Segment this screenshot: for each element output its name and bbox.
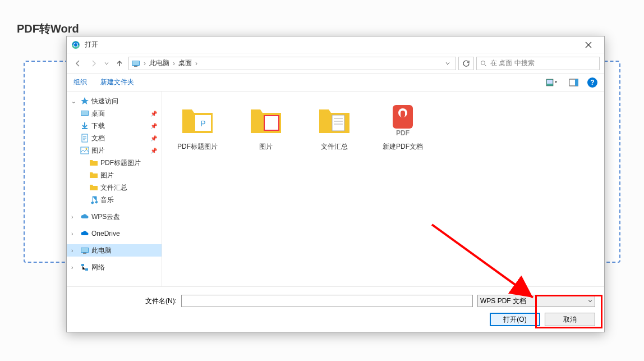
sidebar-item-label: 文件汇总 <box>100 183 127 193</box>
svg-text:P: P <box>200 119 205 128</box>
file-open-dialog: 打开 › 此电脑 › 桌面 › <box>66 36 605 332</box>
filetype-value: WPS PDF 文档 <box>480 296 526 306</box>
sidebar-network[interactable]: › 网络 <box>67 261 162 273</box>
svg-rect-19 <box>81 264 84 266</box>
sidebar-pics[interactable]: 图片 <box>67 169 162 181</box>
pc-icon <box>131 59 140 68</box>
caret-right-icon: › <box>71 248 78 254</box>
navigation-bar: › 此电脑 › 桌面 › 在 桌面 中搜索 <box>67 53 604 74</box>
search-input[interactable]: 在 桌面 中搜索 <box>476 57 600 70</box>
folder-thumbnail-icon <box>316 103 352 139</box>
svg-rect-17 <box>81 248 88 252</box>
cancel-button-label: 取消 <box>563 315 577 325</box>
refresh-button[interactable] <box>458 57 474 70</box>
folder-thumbnail-icon: P <box>180 103 215 139</box>
document-icon <box>80 134 89 143</box>
sidebar-file-summary[interactable]: 文件汇总 <box>67 181 162 194</box>
svg-rect-5 <box>134 66 137 67</box>
breadcrumb-sep-icon: › <box>194 60 199 67</box>
sidebar-desktop[interactable]: 桌面 📌 <box>67 107 162 120</box>
view-options-button[interactable] <box>542 76 560 89</box>
caret-right-icon: › <box>71 264 78 271</box>
pin-icon: 📌 <box>150 135 157 141</box>
sidebar-onedrive[interactable]: › OneDrive <box>67 227 162 240</box>
folder-item[interactable]: 图片 <box>235 100 297 154</box>
sidebar-item-label: 图片 <box>91 146 105 156</box>
svg-rect-8 <box>547 80 553 84</box>
picture-icon <box>80 146 89 155</box>
music-icon <box>89 195 98 204</box>
preview-pane-button[interactable] <box>565 76 583 89</box>
pdf-file-item[interactable]: PDF 新建PDF文档 <box>372 100 434 154</box>
breadcrumb-dropdown-icon[interactable] <box>442 60 453 67</box>
new-folder-button[interactable]: 新建文件夹 <box>100 77 134 87</box>
pin-icon: 📌 <box>150 123 157 129</box>
forward-button[interactable] <box>87 57 100 70</box>
folder-thumbnail-icon <box>248 103 284 139</box>
sidebar-this-pc[interactable]: › 此电脑 <box>67 244 162 257</box>
svg-rect-25 <box>332 115 344 131</box>
breadcrumb-this-pc[interactable]: 此电脑 <box>147 58 172 68</box>
edge-browser-icon <box>71 40 80 49</box>
breadcrumb[interactable]: › 此电脑 › 桌面 › <box>128 57 456 70</box>
back-button[interactable] <box>71 57 85 70</box>
search-icon <box>480 60 487 67</box>
dialog-titlebar: 打开 <box>67 36 604 53</box>
dialog-footer: 文件名(N): WPS PDF 文档 打开(O) 取消 <box>67 286 604 332</box>
dialog-title: 打开 <box>85 40 577 49</box>
svg-rect-18 <box>83 253 86 254</box>
sidebar-item-label: 下载 <box>91 121 105 131</box>
pdf-file-icon: PDF <box>385 103 421 139</box>
sidebar-music[interactable]: 音乐 <box>67 194 162 206</box>
sidebar-item-label: 文档 <box>91 134 105 143</box>
breadcrumb-sep-icon: › <box>172 60 176 67</box>
sidebar-item-label: PDF标题图片 <box>100 158 141 168</box>
sidebar-downloads[interactable]: 下载 📌 <box>67 120 162 132</box>
caret-down-icon: ⌄ <box>71 98 78 104</box>
sidebar-documents[interactable]: 文档 📌 <box>67 132 162 144</box>
search-placeholder: 在 桌面 中搜索 <box>490 58 535 68</box>
open-button[interactable]: 打开(O) <box>490 313 540 326</box>
svg-rect-12 <box>81 111 88 115</box>
folder-icon <box>89 183 98 192</box>
close-button[interactable] <box>577 37 600 53</box>
pc-icon <box>80 246 89 255</box>
help-button[interactable]: ? <box>587 77 597 88</box>
sidebar-item-label: WPS云盘 <box>91 212 120 222</box>
cancel-button[interactable]: 取消 <box>545 313 595 326</box>
filename-input[interactable] <box>181 295 473 307</box>
sidebar-pdf-title-pics[interactable]: PDF标题图片 <box>67 157 162 169</box>
svg-rect-20 <box>85 268 88 271</box>
svg-rect-4 <box>132 61 139 65</box>
filetype-select[interactable]: WPS PDF 文档 <box>477 295 595 307</box>
sidebar-item-label: 桌面 <box>91 109 105 118</box>
folder-icon <box>89 171 98 180</box>
svg-point-2 <box>74 43 77 47</box>
folder-item[interactable]: 文件汇总 <box>303 100 365 154</box>
cloud-icon <box>80 212 89 221</box>
folder-item[interactable]: P PDF标题图片 <box>167 100 228 154</box>
file-label: 文件汇总 <box>321 142 348 152</box>
network-icon <box>80 263 89 272</box>
svg-rect-24 <box>265 116 278 130</box>
caret-right-icon: › <box>71 214 78 220</box>
breadcrumb-sep-icon: › <box>142 60 147 67</box>
sidebar-item-label: OneDrive <box>91 230 120 237</box>
up-button[interactable] <box>113 57 126 70</box>
folder-icon <box>89 158 98 167</box>
svg-text:PDF: PDF <box>396 129 410 137</box>
sidebar-item-label: 网络 <box>91 263 105 272</box>
organize-menu[interactable]: 组织 <box>73 77 87 87</box>
recent-dropdown[interactable] <box>103 57 111 70</box>
sidebar-pictures[interactable]: 图片 📌 <box>67 144 162 157</box>
desktop-icon <box>80 109 89 118</box>
sidebar-wps-cloud[interactable]: › WPS云盘 <box>67 211 162 223</box>
file-label: 新建PDF文档 <box>383 142 423 152</box>
svg-point-15 <box>86 148 88 150</box>
toolbar: 组织 新建文件夹 ? <box>67 74 604 92</box>
sidebar-item-label: 图片 <box>100 171 114 180</box>
open-button-label: 打开(O) <box>503 315 526 325</box>
breadcrumb-desktop[interactable]: 桌面 <box>176 58 194 68</box>
star-icon <box>80 97 89 106</box>
sidebar-quick-access[interactable]: ⌄ 快速访问 <box>67 95 162 107</box>
